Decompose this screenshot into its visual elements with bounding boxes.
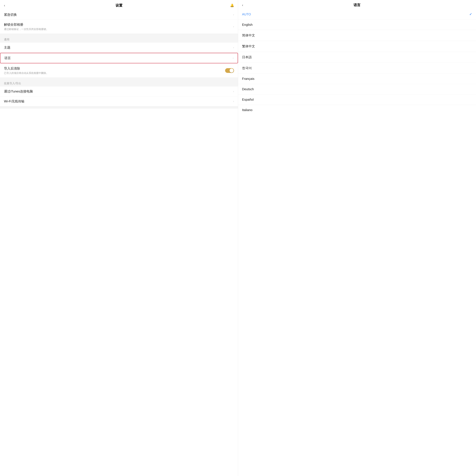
settings-title: 设置 (116, 3, 122, 8)
language-french-label: Français (242, 77, 255, 81)
itunes-title: 通过iTunes连接电脑 (4, 89, 231, 94)
wifi-chevron: › (233, 100, 234, 103)
unlock-album-subtitle: 通过邮箱验证，一次性关闭全部相册锁。 (4, 28, 231, 31)
language-title: 语言 (4, 56, 231, 60)
section-gap-1 (0, 34, 238, 36)
unlock-album-chevron: › (233, 25, 234, 28)
language-chevron: › (233, 56, 234, 60)
emergency-title: 紧急切换 (4, 13, 231, 17)
language-header: ‹ 语言 (238, 0, 476, 9)
section-gap-2 (0, 78, 238, 80)
language-spanish-label: Español (242, 98, 254, 102)
settings-back-button[interactable]: ‹ (4, 4, 5, 7)
batch-section-label: 批量导入/导出 (0, 80, 238, 86)
unlock-album-item[interactable]: 解锁全部相册 通过邮箱验证，一次性关闭全部相册锁。 › (0, 20, 238, 34)
clear-after-import-item[interactable]: 导入后清除 已导入的项目将自动从系统相册中删除。 (0, 64, 238, 78)
settings-panel: ‹ 设置 🔔 紧急切换 › 解锁全部相册 通过邮箱验证，一次性关闭全部相册锁。 … (0, 0, 238, 476)
language-back-button[interactable]: ‹ (242, 3, 243, 7)
language-panel: ‹ 语言 AUTO ✓ English 简体中文 繁体中文 日本語 한국어 Fr… (238, 0, 476, 476)
language-spanish-item[interactable]: Español (238, 94, 476, 105)
notification-icon[interactable]: 🔔 (230, 3, 234, 7)
general-section-label: 通用 (0, 36, 238, 43)
itunes-chevron: › (233, 90, 234, 93)
language-simplified-chinese-item[interactable]: 简体中文 (238, 30, 476, 41)
language-german-item[interactable]: Deutsch (238, 84, 476, 94)
theme-chevron: › (233, 46, 234, 49)
toggle-knob (230, 68, 234, 72)
language-japanese-item[interactable]: 日本語 (238, 52, 476, 63)
section-gap-3 (0, 106, 238, 109)
clear-after-import-subtitle: 已导入的项目将自动从系统相册中删除。 (4, 71, 225, 75)
clear-after-import-toggle[interactable] (225, 68, 234, 73)
language-italian-label: Italiano (242, 108, 253, 112)
unlock-album-title: 解锁全部相册 (4, 22, 231, 27)
language-traditional-chinese-label: 繁体中文 (242, 44, 255, 49)
itunes-item[interactable]: 通过iTunes连接电脑 › (0, 86, 238, 96)
language-german-label: Deutsch (242, 87, 254, 91)
language-korean-item[interactable]: 한국어 (238, 63, 476, 74)
wifi-item[interactable]: Wi-Fi无线传输 › (0, 96, 238, 106)
emergency-chevron: › (233, 13, 234, 16)
wifi-title: Wi-Fi无线传输 (4, 99, 231, 103)
language-korean-label: 한국어 (242, 66, 252, 70)
settings-header: ‹ 设置 🔔 (0, 0, 238, 10)
language-english-item[interactable]: English (238, 19, 476, 30)
theme-item[interactable]: 主题 › (0, 43, 238, 52)
language-item[interactable]: 语言 › (0, 53, 238, 63)
language-english-label: English (242, 23, 253, 27)
language-french-item[interactable]: Français (238, 74, 476, 84)
language-japanese-label: 日本語 (242, 55, 252, 59)
language-auto-item[interactable]: AUTO ✓ (238, 9, 476, 19)
language-traditional-chinese-item[interactable]: 繁体中文 (238, 41, 476, 52)
emergency-item[interactable]: 紧急切换 › (0, 10, 238, 20)
theme-title: 主题 (4, 45, 231, 50)
language-panel-title: 语言 (354, 3, 360, 7)
language-simplified-chinese-label: 简体中文 (242, 33, 255, 37)
language-italian-item[interactable]: Italiano (238, 105, 476, 115)
clear-after-import-title: 导入后清除 (4, 66, 225, 71)
auto-check-icon: ✓ (469, 12, 472, 16)
language-auto-label: AUTO (242, 12, 251, 16)
